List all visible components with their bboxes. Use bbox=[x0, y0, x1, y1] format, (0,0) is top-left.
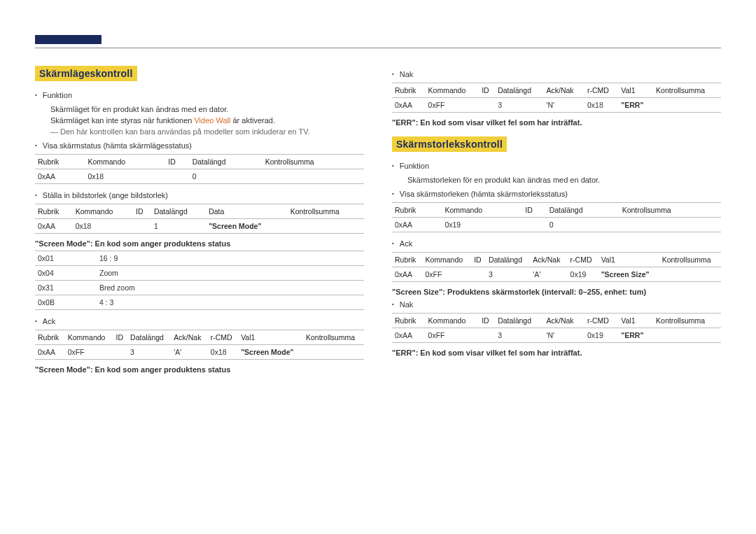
ack-label: Ack bbox=[43, 316, 364, 327]
header-line bbox=[35, 35, 721, 48]
table-nak-top: RubrikKommandoIDDatalängdAck/Nakr-CMDVal… bbox=[392, 83, 721, 113]
bullet-icon: • bbox=[35, 140, 37, 151]
set-size-label: Ställa in bildstorlek (ange bildstorlek) bbox=[43, 190, 364, 201]
err-desc: "ERR": En kod som visar vilket fel som h… bbox=[392, 118, 721, 127]
function-line2: Skärmläget kan inte styras när funktione… bbox=[50, 115, 364, 126]
nak-label: Nak bbox=[400, 69, 721, 80]
right-column: •Nak RubrikKommandoIDDatalängdAck/Nakr-C… bbox=[392, 66, 721, 377]
section-title-screen-mode: Skärmlägeskontroll bbox=[35, 66, 137, 81]
function-label: Funktion bbox=[43, 90, 364, 101]
bullet-icon: • bbox=[392, 160, 394, 171]
bullet-icon: • bbox=[392, 188, 394, 199]
bullet-icon: • bbox=[35, 90, 37, 101]
bullet-icon: • bbox=[392, 238, 394, 249]
function-line1: Skärmläget för en produkt kan ändras med… bbox=[50, 104, 364, 115]
table-ack-size: RubrikKommandoIDDatalängdAck/Nakr-CMDVal… bbox=[392, 252, 721, 282]
table-view-size: RubrikKommandoIDDatalängdKontrollsumma 0… bbox=[392, 202, 721, 232]
err-desc-2: "ERR": En kod som visar vilket fel som h… bbox=[392, 349, 721, 357]
bullet-icon: • bbox=[35, 316, 37, 327]
function-label-2: Funktion bbox=[400, 160, 721, 171]
screen-mode-desc: "Screen Mode": En kod som anger produkte… bbox=[35, 239, 364, 248]
section-title-screen-size: Skärmstorlekskontroll bbox=[392, 136, 507, 152]
table-ack: RubrikKommandoIDDatalängdAck/Nakr-CMDVal… bbox=[35, 330, 364, 360]
nak-label-2: Nak bbox=[400, 299, 721, 310]
screen-mode-desc-2: "Screen Mode": En kod som anger produkte… bbox=[35, 365, 364, 374]
bullet-icon: • bbox=[392, 299, 394, 310]
ack-label-2: Ack bbox=[400, 238, 721, 249]
view-size-label: Visa skärmstorleken (hämta skärmstorleks… bbox=[400, 188, 721, 199]
function-line-r1: Skärmstorleken för en produkt kan ändras… bbox=[407, 174, 721, 185]
screen-size-desc: "Screen Size": Produktens skärmstorlek (… bbox=[392, 288, 721, 296]
table-nak-size: RubrikKommandoIDDatalängdAck/Nakr-CMDVal… bbox=[392, 313, 721, 343]
bullet-icon: • bbox=[35, 190, 37, 201]
table-modes: 0x0116 : 9 0x04Zoom 0x31Bred zoom 0x0B4 … bbox=[35, 251, 364, 310]
view-status-label: Visa skärmstatus (hämta skärmlägesstatus… bbox=[43, 140, 364, 151]
table-set-size: RubrikKommandoIDDatalängdDataKontrollsum… bbox=[35, 204, 364, 234]
bullet-icon: • bbox=[392, 69, 394, 80]
function-note: ― Den här kontrollen kan bara användas p… bbox=[50, 126, 364, 137]
left-column: Skärmlägeskontroll •Funktion Skärmläget … bbox=[35, 66, 364, 377]
table-view-status: RubrikKommandoIDDatalängdKontrollsumma 0… bbox=[35, 154, 364, 184]
